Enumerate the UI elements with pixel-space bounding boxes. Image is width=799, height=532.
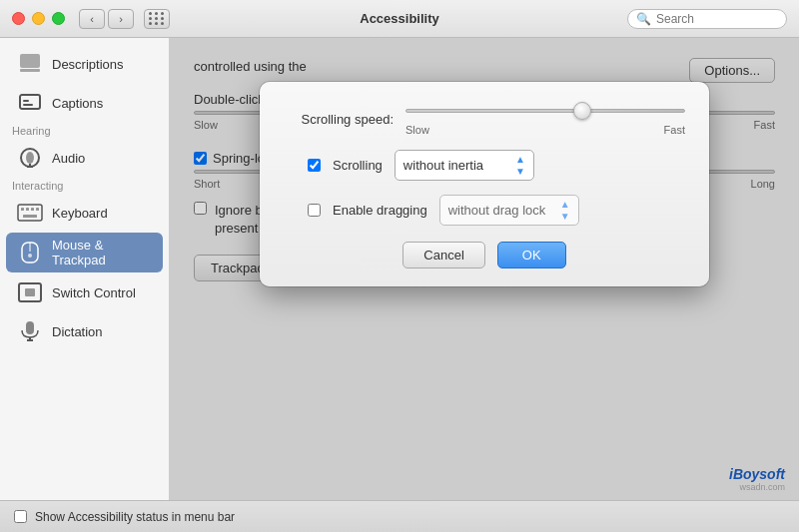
window-title: Accessibility	[360, 11, 439, 26]
sidebar-section-interacting: Interacting	[0, 174, 75, 194]
dragging-checkbox[interactable]	[308, 204, 321, 217]
svg-rect-19	[25, 288, 35, 296]
accessibility-status-checkbox[interactable]	[14, 510, 27, 523]
svg-rect-4	[23, 104, 33, 106]
svg-rect-0	[20, 54, 40, 68]
dragging-select[interactable]: without drag lock ▲ ▼	[439, 195, 579, 226]
sidebar: Descriptions Captions Hearing	[0, 38, 170, 500]
scrolling-speed-track[interactable]	[405, 109, 685, 113]
sidebar-item-switch-control[interactable]: Switch Control	[6, 273, 163, 311]
scrolling-select[interactable]: without inertia ▲ ▼	[395, 150, 534, 181]
scrolling-speed-label: Scrolling speed:	[284, 112, 394, 127]
sidebar-item-label: Keyboard	[52, 206, 108, 221]
dragging-select-arrows: ▲ ▼	[560, 199, 570, 222]
svg-rect-20	[26, 321, 34, 334]
forward-button[interactable]: ›	[108, 9, 134, 29]
dictation-icon	[16, 317, 44, 345]
grid-button[interactable]	[144, 9, 170, 29]
dragging-select-value: without drag lock	[448, 203, 554, 218]
sidebar-item-label: Descriptions	[52, 57, 124, 72]
svg-rect-13	[36, 208, 39, 211]
maximize-button[interactable]	[52, 12, 65, 25]
dragging-checkbox-row: Enable dragging without drag lock ▲ ▼	[284, 195, 685, 226]
svg-rect-3	[23, 100, 29, 102]
grid-icon	[149, 12, 165, 25]
scrolling-select-value: without inertia	[403, 158, 509, 173]
audio-icon	[16, 144, 44, 172]
sidebar-item-label: Captions	[52, 96, 103, 111]
minimize-button[interactable]	[32, 12, 45, 25]
sidebar-item-descriptions[interactable]: Descriptions	[6, 45, 163, 83]
sidebar-item-label: Dictation	[52, 324, 103, 339]
accessibility-status-label: Show Accessibility status in menu bar	[35, 510, 235, 524]
switch-control-icon	[16, 278, 44, 306]
cancel-button[interactable]: Cancel	[402, 242, 484, 268]
main-content: controlled using the Options... Double‑c…	[170, 38, 799, 500]
sidebar-item-audio[interactable]: Audio	[6, 139, 163, 177]
close-button[interactable]	[12, 12, 25, 25]
svg-point-6	[26, 152, 34, 164]
svg-rect-12	[31, 208, 34, 211]
titlebar: ‹ › Accessibility 🔍	[0, 0, 799, 38]
sidebar-item-mouse-trackpad[interactable]: Mouse & Trackpad	[6, 233, 163, 272]
nav-buttons: ‹ ›	[79, 9, 134, 29]
scrolling-speed-slider-container: Slow Fast	[405, 102, 685, 136]
scrolling-speed-row: Scrolling speed: Slow Fast	[284, 102, 685, 136]
dragging-checkbox-label: Enable dragging	[333, 203, 427, 218]
mouse-trackpad-icon	[16, 239, 44, 266]
sidebar-item-label: Switch Control	[52, 285, 136, 300]
svg-rect-9	[18, 205, 42, 221]
scrolling-checkbox-label: Scrolling	[333, 158, 383, 173]
search-bar[interactable]: 🔍	[627, 9, 787, 29]
svg-rect-11	[26, 208, 29, 211]
keyboard-icon	[16, 199, 44, 227]
search-input[interactable]	[656, 12, 778, 26]
ok-button[interactable]: OK	[497, 242, 566, 268]
svg-rect-10	[21, 208, 24, 211]
sidebar-item-keyboard[interactable]: Keyboard	[6, 194, 163, 232]
sidebar-item-dictation[interactable]: Dictation	[6, 312, 163, 350]
scrolling-checkbox-row: Scrolling without inertia ▲ ▼	[284, 150, 685, 181]
scrolling-checkbox[interactable]	[308, 159, 321, 172]
scrolling-speed-labels: Slow Fast	[405, 124, 685, 136]
scrolling-speed-thumb[interactable]	[573, 102, 591, 120]
traffic-lights	[12, 12, 65, 25]
modal-buttons: Cancel OK	[284, 242, 685, 268]
sidebar-section-hearing: Hearing	[0, 119, 63, 139]
search-icon: 🔍	[636, 12, 651, 26]
bottom-bar: Show Accessibility status in menu bar	[0, 500, 799, 532]
svg-rect-14	[23, 215, 37, 218]
modal-overlay: Scrolling speed: Slow Fast	[170, 38, 799, 500]
sidebar-item-label: Audio	[52, 151, 85, 166]
main-layout: Descriptions Captions Hearing	[0, 38, 799, 500]
sidebar-item-captions[interactable]: Captions	[6, 84, 163, 122]
svg-point-17	[28, 254, 32, 258]
descriptions-icon	[16, 50, 44, 78]
back-button[interactable]: ‹	[79, 9, 105, 29]
sidebar-item-label: Mouse & Trackpad	[52, 238, 153, 267]
captions-icon	[16, 89, 44, 117]
scrolling-select-arrows: ▲ ▼	[515, 154, 525, 177]
svg-rect-2	[20, 95, 40, 109]
scrolling-dialog: Scrolling speed: Slow Fast	[260, 82, 709, 286]
svg-rect-1	[20, 69, 40, 72]
